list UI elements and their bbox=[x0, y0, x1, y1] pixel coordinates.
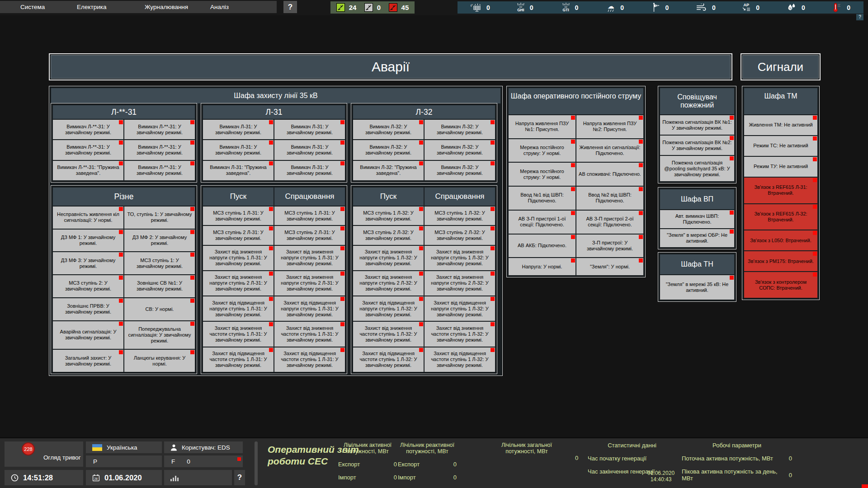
alarm-count-active[interactable]: 24 bbox=[336, 3, 357, 12]
alarm-cell-active[interactable]: Зв'язок з REF615 Л-31: Втрачений. bbox=[744, 178, 817, 203]
alarm-cell[interactable]: Вимикач Л-31: У звичайному режимі. bbox=[274, 140, 345, 160]
alarm-cell[interactable]: Несправність живлення кіл сигналізації: … bbox=[53, 206, 123, 229]
f-field[interactable]: F 0 bbox=[164, 455, 243, 467]
alarm-cell[interactable]: Захист від зниження напруги ступінь 1 Л-… bbox=[274, 246, 345, 270]
alarm-cell[interactable]: "Земля" в мережі 35 кВ: Не активний. bbox=[660, 275, 734, 300]
alarm-count-critical[interactable]: 45 bbox=[389, 3, 409, 12]
alarm-cell[interactable]: ДЗ МФ 2: У звичайному режимі. bbox=[124, 230, 195, 252]
alarm-cell[interactable]: Вимикач Л-32: "Пружина заведена". bbox=[353, 161, 424, 180]
alarm-cell[interactable]: МСЗ ступінь 1: У звичайному режимі. bbox=[124, 252, 195, 274]
alarm-cell[interactable]: Загальний захист: У звичайному режимі. bbox=[53, 350, 123, 372]
alarm-cell-active[interactable]: Зв'язок з PM175: Втрачений. bbox=[744, 251, 817, 271]
alarm-cell[interactable]: МСЗ ступінь 2 Л-32: У звичайному режимі. bbox=[425, 226, 495, 244]
alarm-overview-button[interactable]: 228 Огляд тривог bbox=[5, 441, 83, 467]
alarm-cell[interactable]: Захист від зниження частоти ступінь 1 Л-… bbox=[274, 322, 345, 346]
alarm-cell[interactable]: "Земля": У нормі. bbox=[576, 258, 643, 275]
menu-item-system[interactable]: Система bbox=[20, 1, 45, 13]
alarm-cell[interactable]: Вимикач Л-**-31: У звичайному режимі. bbox=[53, 120, 123, 139]
alarm-cell[interactable]: Живлення кіл сигналізації: Підключено. bbox=[576, 139, 643, 162]
alarm-cell[interactable]: Вимикач Л-**-31: У звичайному режимі. bbox=[124, 120, 195, 139]
bottom-help-button[interactable]: ? bbox=[234, 470, 245, 485]
alarm-cell[interactable]: Захист від підвищення частоти ступінь 1 … bbox=[425, 347, 495, 372]
alarm-cell[interactable]: МСЗ ступінь 2: У звичайному режимі. bbox=[53, 275, 123, 297]
alarm-cell[interactable]: Вимикач Л-32: У звичайному режимі. bbox=[353, 120, 424, 139]
alarm-cell[interactable]: ТО, ступінь 1: У звичайному режимі. bbox=[124, 206, 195, 229]
alarm-cell[interactable]: Мережа постійного струму: У нормі. bbox=[509, 163, 576, 186]
alarm-cell[interactable]: Напруга живлення ПЗУ №1: Присутня. bbox=[509, 115, 576, 138]
p-field[interactable]: P bbox=[86, 455, 162, 467]
alarm-cell[interactable]: Живлення ТМ: Не активний bbox=[744, 115, 817, 135]
alarm-cell[interactable]: МСЗ ступінь 2 Л-32: У звичайному режимі. bbox=[353, 226, 424, 244]
help-button[interactable]: ? bbox=[283, 1, 297, 13]
menu-item-logging[interactable]: Журналювання bbox=[145, 1, 188, 13]
alarm-cell[interactable]: Захист від підвищення напруги ступінь 1 … bbox=[425, 296, 495, 321]
alarm-cell[interactable]: Мережа постійного струму: У нормі. bbox=[509, 139, 576, 162]
alarm-cell[interactable]: Захист від підвищення частоти ступінь 1 … bbox=[353, 347, 424, 372]
alarm-cell[interactable]: Вимикач Л-31: У звичайному режимі. bbox=[203, 140, 274, 160]
alarm-cell[interactable]: АВ З-П пристрої 1-ої секції: Підключено. bbox=[509, 211, 576, 234]
alarm-cell[interactable]: Ввод №2 від ШВП: Підключено. bbox=[576, 187, 643, 210]
alarm-cell[interactable]: Ланцюгы керування: У нормі. bbox=[124, 350, 195, 372]
alarm-cell[interactable]: Пожежна сигналізація @pooling switchyard… bbox=[660, 156, 734, 181]
alarm-cell[interactable]: Захист від підвищення напруги ступінь 1 … bbox=[353, 296, 424, 321]
alarm-cell[interactable]: Вимикач Л-**-31: У звичайному режимі. bbox=[124, 161, 195, 180]
alarm-cell[interactable]: Напруга: У нормі. bbox=[509, 258, 576, 275]
alarm-cell[interactable]: Напруга живлення ПЗУ №2: Присутня. bbox=[576, 115, 643, 138]
alarm-cell[interactable]: Авт. вимикач ШВП: Підключено. bbox=[660, 210, 734, 228]
alarm-cell[interactable]: Зовнішнє ПРВВ: У звичайному режимі. bbox=[53, 298, 123, 320]
alarm-cell[interactable]: Захист від зниження частоти ступінь 1 Л-… bbox=[353, 322, 424, 346]
alarm-cell[interactable]: Захист від підвищення частоти ступінь 1 … bbox=[203, 347, 274, 372]
alarm-cell[interactable]: Вимикач Л-32: У звичайному режимі. bbox=[353, 140, 424, 160]
alarm-cell[interactable]: Аварійна сигналізація: У звичайному режи… bbox=[53, 321, 123, 349]
trend-button[interactable] bbox=[164, 470, 232, 485]
alarm-cell[interactable]: Режим ТС: Не активний bbox=[744, 136, 817, 156]
alarm-cell[interactable]: "Земля" в мережі ОБР: Не активний. bbox=[660, 229, 734, 247]
alarm-cell[interactable]: Режим ТУ: Не активний bbox=[744, 157, 817, 177]
alarm-cell[interactable]: Зовнішнє СВ №1: У звичайному режимі. bbox=[124, 275, 195, 297]
alarm-cell[interactable]: Захист від зниження напруги ступінь 2 Л-… bbox=[274, 271, 345, 296]
alarm-cell[interactable]: МСЗ ступінь 2 Л-31: У звичайному режимі. bbox=[203, 226, 274, 244]
alarm-cell[interactable]: ДЗ МФ 3: У звичайному режимі. bbox=[53, 252, 123, 274]
alarm-cell[interactable]: Захист від зниження напруги ступінь 1 Л-… bbox=[203, 246, 274, 270]
alarm-cell[interactable]: Захист від зниження напруги ступінь 1 Л-… bbox=[425, 246, 495, 270]
alarm-cell[interactable]: Вимикач Л-**-31: У звичайному режимі. bbox=[124, 140, 195, 160]
menu-item-analysis[interactable]: Аналіз bbox=[210, 1, 229, 13]
alarm-cell[interactable]: СВ: У нормі. bbox=[124, 298, 195, 320]
alarm-cell[interactable]: АВ споживачі: Підключено. bbox=[576, 163, 643, 186]
alarm-cell[interactable]: З-П пристрої: У звичайному режимі. bbox=[576, 235, 643, 258]
alarm-cell[interactable]: Захист від зниження напруги ступінь 1 Л-… bbox=[353, 246, 424, 270]
mini-help-button[interactable]: ? bbox=[856, 14, 863, 20]
alarm-cell[interactable]: Пожежна сигналізація ВК №2: У звичайному… bbox=[660, 136, 734, 155]
alarm-cell[interactable]: Вимикач Л-32: У звичайному режимі. bbox=[425, 161, 495, 180]
alarm-cell[interactable]: МСЗ ступінь 1 Л-31: У звичайному режимі. bbox=[203, 206, 274, 225]
alarm-cell[interactable]: Пожежна сигналізація ВК №1: У звичайному… bbox=[660, 115, 734, 135]
alarm-cell[interactable]: Вимикач Л-**-31: "Пружина заведена". bbox=[53, 161, 123, 180]
alarm-cell[interactable]: Захист від підвищення напруги ступінь 1 … bbox=[203, 296, 274, 321]
alarm-cell[interactable]: Вимикач Л-31: У звичайному режимі. bbox=[203, 120, 274, 139]
alarm-cell[interactable]: Вимикач Л-32: У звичайному режимі. bbox=[425, 120, 495, 139]
alarm-cell[interactable]: Вимикач Л-31: "Пружина заведена". bbox=[203, 161, 274, 180]
alarm-cell[interactable]: Ввод №1 від ШВП: Підключено. bbox=[509, 187, 576, 210]
alarm-cell[interactable]: Захист від зниження напруги ступінь 2 Л-… bbox=[203, 271, 274, 296]
alarm-cell[interactable]: МСЗ ступінь 1 Л-31: У звичайному режимі. bbox=[274, 206, 345, 225]
alarm-cell[interactable]: Захист від зниження частоти ступінь 1 Л-… bbox=[203, 322, 274, 346]
alarm-cell[interactable]: МСЗ ступінь 1 Л-32: У звичайному режимі. bbox=[425, 206, 495, 225]
alarm-cell[interactable]: Захист від зниження частоти ступінь 1 Л-… bbox=[425, 322, 495, 346]
alarm-cell[interactable]: АВ З-П пристрої 2-ої секції: Підключено. bbox=[576, 211, 643, 234]
alarm-cell[interactable]: АВ АКБ: Підключено. bbox=[509, 235, 576, 258]
alarm-cell[interactable]: Попереджувальна сигналізація: У звичайно… bbox=[124, 321, 195, 349]
alarm-cell[interactable]: ДЗ МФ 1: У звичайному режимі. bbox=[53, 230, 123, 252]
alarm-cell-active[interactable]: Зв'язок з REF615 Л-32: Втрачений. bbox=[744, 204, 817, 230]
alarm-cell-active[interactable]: Зв'язок з контролером СОПС: Втрачений. bbox=[744, 272, 817, 298]
alarm-cell[interactable]: Захист від підвищення напруги ступінь 1 … bbox=[274, 296, 345, 321]
menu-item-electric[interactable]: Електрика bbox=[77, 1, 106, 13]
alarm-cell[interactable]: Захист від підвищення частоти ступінь 1 … bbox=[274, 347, 345, 372]
alarm-cell[interactable]: Вимикач Л-32: У звичайному режимі. bbox=[425, 140, 495, 160]
language-selector[interactable]: Українська bbox=[86, 441, 162, 453]
alarm-cell[interactable]: Вимикач Л-**-31: У звичайному режимі. bbox=[53, 140, 123, 160]
alarm-cell[interactable]: Захист від зниження напруги ступінь 2 Л-… bbox=[353, 271, 424, 296]
alarm-cell[interactable]: Вимикач Л-31: У звичайному режимі. bbox=[274, 161, 345, 180]
alarm-cell[interactable]: МСЗ ступінь 2 Л-31: У звичайному режимі. bbox=[274, 226, 345, 244]
alarm-count-inactive[interactable]: 0 bbox=[364, 3, 381, 12]
scrollbar-divider[interactable] bbox=[255, 441, 258, 485]
